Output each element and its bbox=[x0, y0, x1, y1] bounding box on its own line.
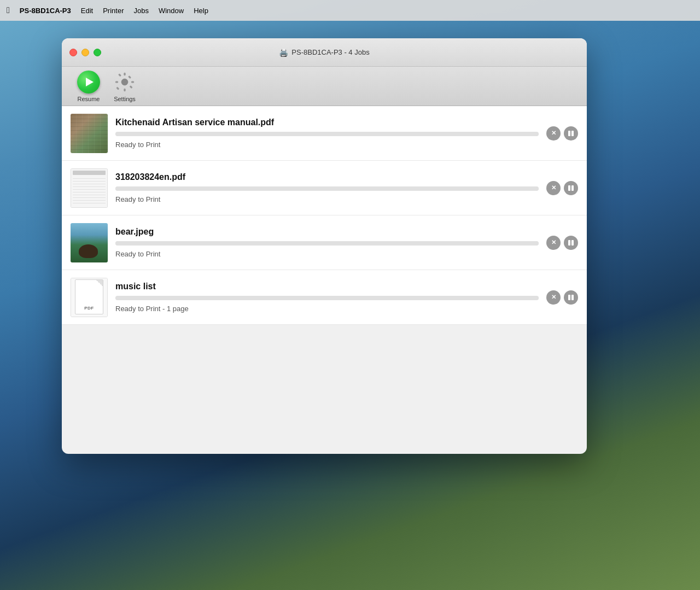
progress-fill bbox=[115, 186, 539, 191]
menu-printer[interactable]: Printer bbox=[103, 7, 124, 15]
job-status: Ready to Print bbox=[115, 250, 539, 258]
music-page-icon: PDF bbox=[75, 279, 103, 314]
menu-edit[interactable]: Edit bbox=[81, 7, 93, 15]
job-thumbnail bbox=[71, 223, 108, 262]
progress-bar bbox=[115, 132, 539, 136]
pdf-label: PDF bbox=[84, 306, 94, 311]
printer-window: 🖨️ PS-8BD1CA-P3 - 4 Jobs Resume bbox=[62, 38, 587, 454]
menu-window[interactable]: Window bbox=[159, 7, 184, 15]
thumbnail-kitchenaid bbox=[71, 114, 108, 153]
svg-rect-3 bbox=[115, 81, 118, 83]
job-item: 318203824en.pdf Ready to Print bbox=[62, 161, 587, 215]
job-name: bear.jpeg bbox=[115, 227, 539, 237]
menu-help[interactable]: Help bbox=[194, 7, 208, 15]
title-bar: 🖨️ PS-8BD1CA-P3 - 4 Jobs bbox=[62, 38, 587, 67]
svg-point-0 bbox=[121, 79, 128, 85]
job-content: bear.jpeg Ready to Print bbox=[115, 227, 539, 258]
printer-icon: 🖨️ bbox=[279, 48, 288, 57]
progress-fill bbox=[115, 296, 539, 300]
job-name: 318203824en.pdf bbox=[115, 172, 539, 182]
job-item: bear.jpeg Ready to Print bbox=[62, 215, 587, 270]
svg-rect-5 bbox=[118, 73, 121, 77]
job-status: Ready to Print - 1 page bbox=[115, 305, 539, 313]
job-item: Kitchenaid Artisan service manual.pdf Re… bbox=[62, 106, 587, 161]
settings-label: Settings bbox=[114, 96, 136, 102]
job-actions bbox=[546, 290, 578, 305]
progress-fill bbox=[115, 132, 539, 136]
progress-bar bbox=[115, 296, 539, 300]
thumbnail-bear bbox=[71, 223, 108, 262]
menu-jobs[interactable]: Jobs bbox=[133, 7, 148, 15]
svg-rect-4 bbox=[131, 81, 134, 83]
pause-job-button[interactable] bbox=[564, 290, 578, 305]
job-content: Kitchenaid Artisan service manual.pdf Re… bbox=[115, 118, 539, 149]
cancel-job-button[interactable] bbox=[546, 126, 561, 141]
job-status: Ready to Print bbox=[115, 141, 539, 149]
svg-rect-7 bbox=[116, 86, 119, 90]
progress-fill bbox=[115, 241, 539, 246]
pause-job-button[interactable] bbox=[564, 236, 578, 250]
job-status: Ready to Print bbox=[115, 195, 539, 203]
close-button[interactable] bbox=[69, 49, 77, 56]
cancel-job-button[interactable] bbox=[546, 290, 561, 305]
thumbnail-music: PDF bbox=[71, 278, 108, 317]
window-title-text: PS-8BD1CA-P3 - 4 Jobs bbox=[291, 48, 369, 56]
job-thumbnail bbox=[71, 114, 108, 153]
pause-job-button[interactable] bbox=[564, 126, 578, 141]
window-controls bbox=[69, 49, 101, 56]
toolbar: Resume Settings bbox=[62, 67, 587, 106]
resume-button[interactable]: Resume bbox=[73, 68, 104, 104]
jobs-list: Kitchenaid Artisan service manual.pdf Re… bbox=[62, 106, 587, 325]
settings-icon bbox=[113, 71, 136, 94]
window-title: 🖨️ PS-8BD1CA-P3 - 4 Jobs bbox=[279, 48, 369, 57]
job-actions bbox=[546, 236, 578, 250]
job-content: 318203824en.pdf Ready to Print bbox=[115, 172, 539, 203]
thumbnail-318 bbox=[71, 168, 108, 208]
progress-bar bbox=[115, 186, 539, 191]
svg-rect-6 bbox=[130, 85, 133, 89]
job-actions bbox=[546, 126, 578, 141]
apple-menu[interactable]:  bbox=[7, 5, 10, 15]
svg-rect-1 bbox=[124, 73, 126, 75]
resume-label: Resume bbox=[78, 96, 100, 102]
cancel-job-button[interactable] bbox=[546, 181, 561, 195]
cancel-job-button[interactable] bbox=[546, 236, 561, 250]
job-content: music list Ready to Print - 1 page bbox=[115, 282, 539, 313]
job-item: PDF music list Ready to Print - 1 page bbox=[62, 270, 587, 325]
job-name: Kitchenaid Artisan service manual.pdf bbox=[115, 118, 539, 127]
job-name: music list bbox=[115, 282, 539, 291]
app-name: PS-8BD1CA-P3 bbox=[20, 7, 71, 15]
job-thumbnail: PDF bbox=[71, 278, 108, 317]
menu-bar:  PS-8BD1CA-P3 Edit Printer Jobs Window … bbox=[0, 0, 700, 21]
svg-rect-8 bbox=[128, 75, 131, 79]
job-thumbnail bbox=[71, 168, 108, 208]
maximize-button[interactable] bbox=[94, 49, 101, 56]
minimize-button[interactable] bbox=[81, 49, 89, 56]
pause-job-button[interactable] bbox=[564, 181, 578, 195]
svg-rect-2 bbox=[124, 89, 126, 91]
job-actions bbox=[546, 181, 578, 195]
resume-icon bbox=[77, 71, 100, 94]
progress-bar bbox=[115, 241, 539, 246]
settings-button[interactable]: Settings bbox=[109, 68, 141, 104]
